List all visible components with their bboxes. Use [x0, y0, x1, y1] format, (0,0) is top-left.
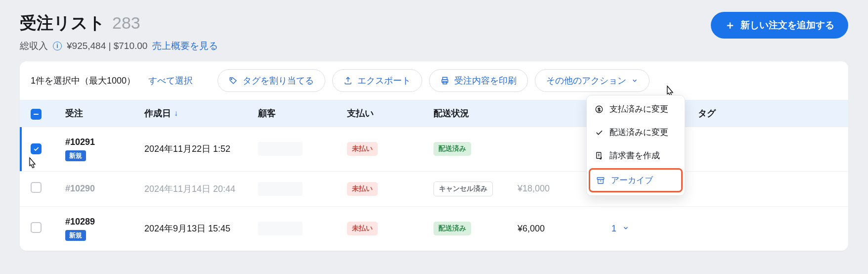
payment-badge: 未払い — [347, 182, 378, 196]
revenue-label: 総収入 — [20, 40, 48, 52]
assign-tag-label: タグを割り当てる — [243, 75, 314, 87]
page-title: 受注リスト — [20, 12, 105, 35]
add-order-button[interactable]: ＋ 新しい注文を追加する — [711, 12, 848, 39]
item-count[interactable]: 1 — [611, 224, 616, 234]
row-checkbox[interactable] — [31, 182, 42, 193]
chevron-down-icon — [631, 77, 638, 84]
menu-archive-label: アーカイブ — [611, 175, 653, 186]
invoice-icon — [595, 151, 604, 160]
col-order[interactable]: 受注 — [65, 107, 144, 119]
print-button[interactable]: 受注内容を印刷 — [429, 69, 528, 92]
shipping-badge: キャンセル済み — [434, 182, 493, 196]
row-checkbox[interactable] — [31, 222, 42, 233]
order-id: #10290 — [65, 183, 144, 194]
svg-point-0 — [231, 79, 232, 80]
more-actions-menu: 支払済みに変更 配送済みに変更 請求書を作成 アーカイブ — [586, 95, 685, 196]
selection-text: 1件を選択中（最大1000） — [31, 75, 135, 87]
revenue-link[interactable]: 売上概要を見る — [152, 40, 218, 52]
svg-rect-6 — [597, 178, 604, 180]
col-shipping[interactable]: 配送状況 — [434, 107, 518, 119]
menu-mark-shipped[interactable]: 配送済みに変更 — [587, 121, 685, 144]
payment-badge: 未払い — [347, 142, 378, 156]
menu-archive[interactable]: アーカイブ — [589, 168, 683, 192]
order-id: #10289 — [65, 217, 144, 227]
shipping-badge: 配送済み — [434, 142, 471, 156]
customer-placeholder — [258, 222, 303, 235]
order-total: ¥6,000 — [518, 224, 611, 234]
order-count: 283 — [112, 13, 140, 33]
menu-mark-shipped-label: 配送済みに変更 — [609, 127, 668, 138]
customer-placeholder — [258, 182, 303, 196]
upload-icon — [344, 76, 352, 85]
customer-placeholder — [258, 142, 303, 156]
created-at: 2024年9月13日 15:45 — [144, 223, 258, 234]
created-at: 2024年11月14日 20:44 — [144, 183, 258, 195]
chevron-down-icon[interactable] — [622, 224, 629, 234]
table-row[interactable]: #10289 新規 2024年9月13日 15:45 未払い 配送済み ¥6,0… — [20, 206, 848, 251]
menu-create-invoice[interactable]: 請求書を作成 — [587, 144, 685, 167]
row-checkbox[interactable] — [31, 143, 42, 154]
menu-mark-paid[interactable]: 支払済みに変更 — [587, 97, 685, 121]
more-actions-button[interactable]: その他のアクション — [535, 69, 650, 92]
print-label: 受注内容を印刷 — [454, 75, 517, 87]
more-actions-label: その他のアクション — [546, 75, 626, 87]
payment-badge: 未払い — [347, 222, 378, 235]
new-badge: 新規 — [65, 150, 86, 161]
table-row[interactable]: #10291 新規 2024年11月22日 1:52 未払い 配送済み — [20, 127, 848, 171]
info-icon[interactable]: i — [53, 42, 62, 50]
assign-tag-button[interactable]: タグを割り当てる — [217, 69, 325, 92]
select-all-checkbox[interactable] — [31, 109, 42, 120]
bulk-toolbar: 1件を選択中（最大1000） すべて選択 タグを割り当てる エクスポート 受注内… — [20, 61, 848, 100]
archive-icon — [596, 176, 605, 185]
order-id: #10291 — [65, 137, 144, 147]
created-at: 2024年11月22日 1:52 — [144, 143, 258, 155]
add-order-label: 新しい注文を追加する — [740, 19, 834, 32]
dollar-circle-icon — [595, 105, 604, 114]
col-tags[interactable]: タグ — [698, 107, 772, 119]
export-label: エクスポート — [357, 75, 411, 87]
revenue-value: ¥925,484 | $710.00 — [67, 41, 147, 51]
tag-icon — [229, 76, 238, 85]
export-button[interactable]: エクスポート — [332, 69, 422, 92]
menu-mark-paid-label: 支払済みに変更 — [609, 103, 668, 115]
table-header: 受注 作成日 ↓ 顧客 支払い 配送状況 アイテム タグ — [20, 100, 848, 127]
new-badge: 新規 — [65, 230, 86, 241]
select-all-link[interactable]: すべて選択 — [148, 75, 193, 87]
table-row[interactable]: #10290 2024年11月14日 20:44 未払い キャンセル済み ¥18… — [20, 171, 848, 206]
col-created[interactable]: 作成日 ↓ — [144, 107, 258, 119]
svg-rect-5 — [597, 152, 601, 158]
col-payment[interactable]: 支払い — [347, 107, 434, 119]
shipping-badge: 配送済み — [434, 222, 471, 235]
plus-icon: ＋ — [725, 20, 736, 31]
print-icon — [440, 76, 449, 85]
sort-arrow-down-icon: ↓ — [174, 109, 178, 118]
orders-card: 1件を選択中（最大1000） すべて選択 タグを割り当てる エクスポート 受注内… — [20, 61, 848, 251]
check-icon — [595, 128, 604, 137]
col-customer[interactable]: 顧客 — [258, 107, 347, 119]
menu-create-invoice-label: 請求書を作成 — [609, 150, 660, 161]
